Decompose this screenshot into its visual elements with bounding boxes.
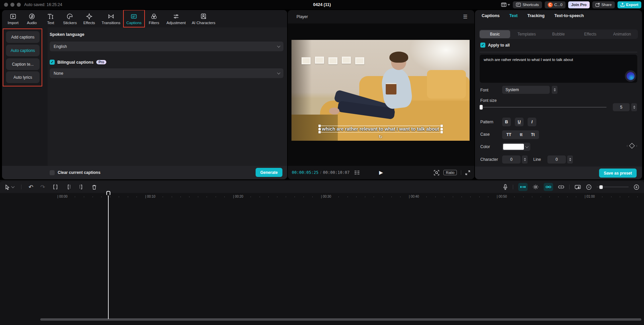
tab-text-inspector[interactable]: Text (509, 13, 518, 18)
tab-filters[interactable]: Filters (146, 11, 162, 27)
account-chip[interactable]: C C...0 (545, 1, 566, 8)
font-size-slider[interactable] (480, 107, 606, 108)
subtab-templates[interactable]: Templates (512, 30, 542, 38)
layout-toggle-button[interactable] (501, 2, 510, 7)
timeline-zoom-slider[interactable] (597, 187, 629, 187)
selection-handle[interactable] (440, 128, 443, 130)
underline-button[interactable]: U (515, 118, 524, 126)
delete-right-button[interactable] (78, 184, 85, 190)
titlecase-button[interactable]: Tt (531, 132, 535, 137)
font-select[interactable]: System (502, 86, 550, 94)
tab-effects[interactable]: Effects (82, 11, 97, 27)
ruler-minor-tick (470, 196, 471, 197)
selection-handle[interactable] (440, 125, 443, 127)
redo-button[interactable]: ↷ (40, 184, 45, 191)
selection-handle[interactable] (440, 131, 443, 133)
caption-queue-icon[interactable] (354, 170, 360, 175)
select-tool-button[interactable] (5, 184, 14, 190)
prev-style-icon[interactable]: ‹ (627, 143, 628, 148)
tab-tracking-inspector[interactable]: Tracking (527, 13, 544, 18)
line-spacing-value[interactable]: 0 (547, 155, 566, 164)
lowercase-button[interactable]: tt (520, 132, 523, 137)
delete-button[interactable] (92, 184, 97, 190)
record-voiceover-button[interactable] (503, 184, 508, 190)
apply-to-all-checkbox[interactable]: ✓ (480, 43, 485, 48)
shortcuts-button[interactable]: Shortcuts (513, 1, 542, 8)
play-button[interactable]: ▶ (379, 170, 383, 176)
uppercase-button[interactable]: TT (506, 132, 512, 137)
font-size-stepper[interactable] (631, 103, 637, 111)
link-toggle[interactable] (544, 183, 553, 191)
focus-preview-icon[interactable] (434, 170, 439, 176)
tab-adjustment[interactable]: Adjustment (165, 11, 187, 27)
horizontal-scrollbar[interactable] (40, 318, 641, 321)
spoken-language-select[interactable]: English (50, 42, 283, 51)
italic-button[interactable]: I (528, 118, 536, 126)
timeline-ruler[interactable]: | 00:00| 00:10| 00:20| 00:30| 00:40| 00:… (0, 194, 644, 201)
timeline-preview-button[interactable] (575, 185, 581, 190)
font-size-value-box[interactable]: 5 (613, 103, 630, 111)
delete-left-button[interactable] (65, 184, 71, 190)
window-close-button[interactable] (4, 3, 8, 7)
tab-import[interactable]: Import (5, 11, 21, 27)
ruler-minor-tick (435, 196, 436, 197)
undo-button[interactable]: ↶ (29, 184, 33, 191)
subtab-basic[interactable]: Basic (480, 30, 510, 38)
split-button[interactable] (52, 184, 58, 190)
next-style-icon[interactable]: › (636, 143, 637, 148)
tab-ai-characters[interactable]: AI Characters (191, 11, 217, 27)
character-spacing-stepper[interactable] (522, 155, 528, 164)
bilingual-captions-checkbox[interactable]: ✓ (50, 60, 55, 65)
selection-handle[interactable] (318, 131, 321, 133)
diamond-style-icon[interactable] (629, 143, 635, 149)
tab-transitions[interactable]: Transitions (100, 11, 122, 27)
sidebar-item-auto-lyrics[interactable]: Auto lyrics (6, 71, 40, 83)
caption-overlay-selection[interactable]: which are rather relevant to what I want… (319, 126, 442, 132)
tab-captions[interactable]: Captions (125, 11, 143, 27)
zoom-in-button[interactable] (634, 184, 639, 190)
line-spacing-stepper[interactable] (567, 155, 573, 164)
subtab-animation[interactable]: Animation (607, 30, 637, 38)
text-color-select[interactable] (502, 143, 530, 151)
bold-button[interactable]: B (502, 118, 511, 126)
auto-snap-toggle[interactable] (518, 183, 528, 191)
join-pro-button[interactable]: Join Pro (568, 1, 590, 8)
video-preview[interactable]: which are rather relevant to what I want… (291, 40, 470, 141)
font-size-slider-thumb[interactable] (480, 105, 483, 110)
tab-text-to-speech-inspector[interactable]: Text-to-speech (554, 13, 584, 18)
tab-captions-inspector[interactable]: Captions (482, 13, 499, 18)
save-as-preset-button[interactable]: Save as preset (599, 169, 637, 178)
main-track-magnet-toggle[interactable] (533, 184, 539, 190)
window-minimize-button[interactable] (10, 3, 14, 7)
sidebar-item-caption-templates[interactable]: Caption te... (6, 58, 40, 70)
playhead-line[interactable] (108, 196, 109, 319)
selection-handle[interactable] (318, 125, 321, 127)
unlink-toggle[interactable] (558, 185, 564, 189)
font-stepper[interactable] (552, 86, 557, 94)
clear-captions-checkbox[interactable] (50, 170, 55, 175)
subtab-effects[interactable]: Effects (575, 30, 605, 38)
tab-transitions-label: Transitions (102, 21, 120, 25)
ruler-minor-tick (567, 196, 568, 197)
bilingual-language-select[interactable]: None (50, 68, 283, 78)
tab-audio[interactable]: Audio (24, 11, 40, 27)
window-zoom-button[interactable] (17, 3, 21, 7)
character-spacing-value[interactable]: 0 (502, 155, 521, 164)
tab-stickers[interactable]: Stickers (62, 11, 78, 27)
caption-text-input[interactable]: which are rather relevant to what I want… (480, 55, 637, 83)
timeline-zoom-slider-thumb[interactable] (599, 185, 603, 189)
fullscreen-icon[interactable] (465, 170, 470, 175)
generate-button[interactable]: Generate (256, 168, 282, 177)
subtab-bubble[interactable]: Bubble (543, 30, 574, 38)
selection-handle[interactable] (318, 128, 321, 130)
share-button[interactable]: Share (592, 1, 615, 8)
rotate-handle-icon[interactable]: ↻ (379, 134, 383, 139)
zoom-out-button[interactable] (586, 184, 592, 190)
tab-text[interactable]: Text (43, 11, 58, 27)
export-button[interactable]: Export (618, 1, 641, 8)
sidebar-item-auto-captions[interactable]: Auto captions (6, 45, 40, 56)
player-menu-icon[interactable]: ☰ (463, 14, 468, 20)
color-sphere-icon[interactable] (627, 72, 635, 80)
sidebar-item-add-captions[interactable]: Add captions (6, 31, 40, 43)
ratio-button[interactable]: Ratio (443, 170, 457, 175)
